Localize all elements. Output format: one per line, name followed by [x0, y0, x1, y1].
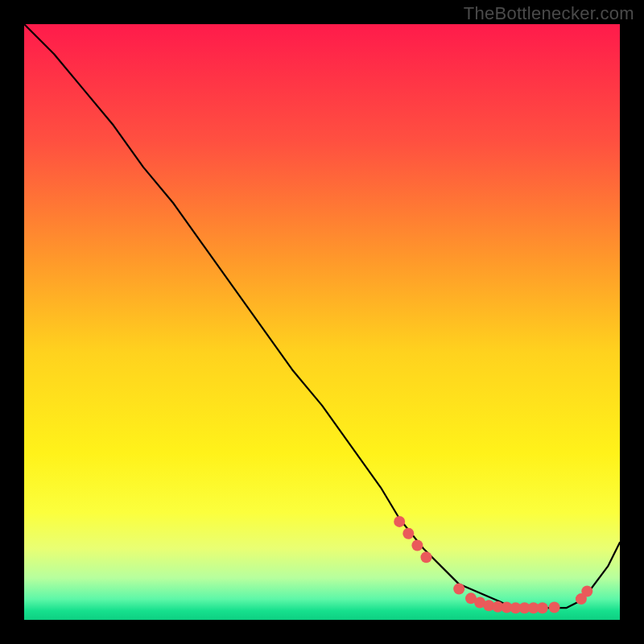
chart-plot	[24, 24, 620, 620]
gradient-background	[24, 24, 620, 620]
marker-dot	[453, 584, 464, 595]
marker-dot	[421, 551, 432, 563]
marker-dot	[402, 528, 414, 539]
marker-dot	[581, 585, 592, 597]
marker-dot	[537, 602, 548, 613]
attribution-label: TheBottlenecker.com	[464, 3, 634, 24]
marker-dot	[411, 540, 423, 551]
marker-dot	[394, 516, 405, 527]
marker-dot	[549, 601, 560, 613]
chart-svg	[24, 24, 620, 620]
chart-stage: TheBottlenecker.com	[0, 0, 644, 644]
